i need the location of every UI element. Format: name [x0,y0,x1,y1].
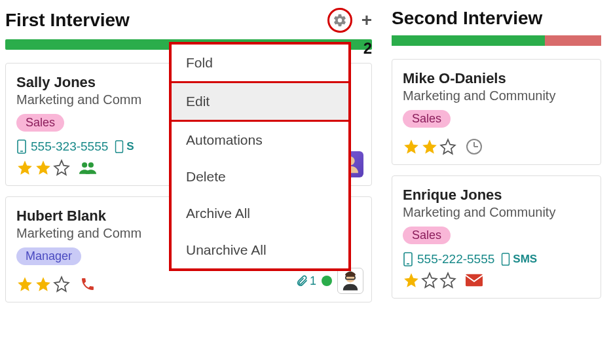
priority-stars[interactable] [16,276,70,293]
tag-manager: Manager [16,247,81,265]
phone-link[interactable]: 555-222-5555 [403,252,494,266]
candidate-card[interactable]: Enrique Jones Marketing and Community Sa… [392,175,601,299]
candidate-card[interactable]: Mike O-Daniels Marketing and Community S… [392,59,601,165]
tag-sales: Sales [16,114,64,132]
column-settings-menu: Fold Edit Automations Delete Archive All… [169,42,351,271]
svg-rect-11 [466,274,483,287]
menu-item-edit[interactable]: Edit [172,83,348,120]
priority-stars[interactable] [16,159,70,176]
candidate-subtitle: Marketing and Community [403,205,590,220]
svg-point-3 [82,162,87,168]
priority-stars[interactable] [403,138,456,155]
kanban-column-first-interview: First Interview + 2 Sally Jones Marketin… [5,5,372,313]
progress-bar [392,35,601,46]
sms-label: SMS [513,253,537,266]
candidate-name: Enrique Jones [403,187,590,204]
menu-item-archive-all[interactable]: Archive All [172,195,348,232]
attachment-indicator[interactable]: 1 [295,274,316,288]
envelope-icon[interactable] [466,272,483,289]
group-icon [79,159,96,176]
phone-handset-icon[interactable] [79,276,96,293]
gear-icon[interactable] [327,8,352,33]
candidate-name: Mike O-Daniels [403,70,590,87]
priority-stars[interactable] [403,272,456,289]
svg-rect-10 [502,253,509,265]
phone-link[interactable]: 555-323-5555 [16,139,108,154]
status-dot [322,276,332,286]
kanban-column-second-interview: Second Interview Mike O-Daniels Marketin… [392,5,601,313]
column-count: 2 [363,39,372,58]
plus-icon[interactable]: + [361,11,372,29]
phone-number: 555-222-5555 [417,252,494,266]
sms-label: S [126,140,134,153]
menu-item-automations[interactable]: Automations [172,122,348,158]
avatar[interactable] [337,268,363,294]
svg-point-4 [88,162,94,168]
svg-rect-2 [116,141,123,153]
phone-number: 555-323-5555 [31,139,108,154]
sms-link[interactable]: SMS [501,253,537,266]
candidate-subtitle: Marketing and Community [403,88,590,103]
menu-item-unarchive-all[interactable]: Unarchive All [172,232,348,268]
column-title: First Interview [5,10,130,31]
menu-item-delete[interactable]: Delete [172,158,348,195]
tag-sales: Sales [403,110,451,128]
sms-link[interactable]: S [115,140,134,153]
clock-icon [466,138,483,155]
attachment-count: 1 [310,274,316,288]
tag-sales: Sales [403,227,451,244]
menu-item-fold[interactable]: Fold [172,45,348,81]
column-title: Second Interview [392,8,542,29]
